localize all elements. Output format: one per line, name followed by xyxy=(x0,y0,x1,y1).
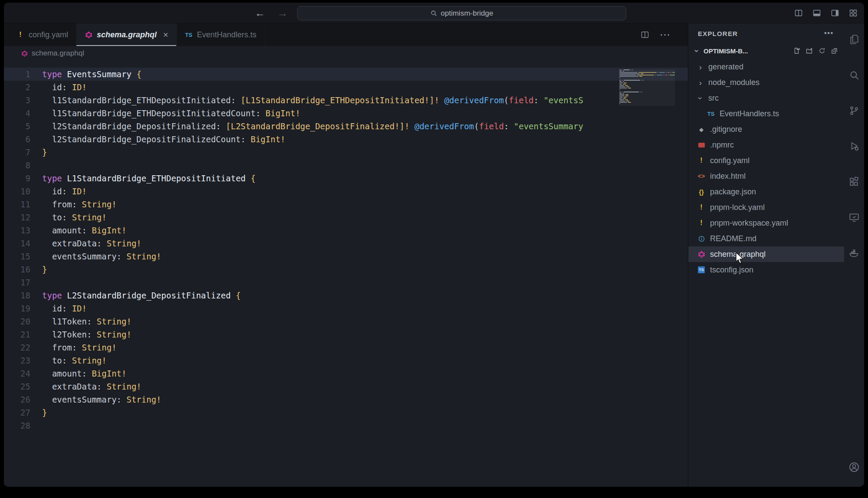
code-line[interactable]: 5 l2StandardBridge_DepositFinalized: [L2… xyxy=(4,120,688,133)
code-line[interactable]: 16} xyxy=(4,263,688,276)
code-line[interactable]: 25 extraData: String! xyxy=(4,380,688,393)
line-number: 24 xyxy=(4,367,42,380)
more-actions-icon[interactable]: ⋯ xyxy=(660,29,671,41)
minimap-slider[interactable] xyxy=(619,69,675,106)
tab-schema.graphql[interactable]: schema.graphql× xyxy=(76,23,177,46)
split-editor-icon[interactable] xyxy=(641,30,649,39)
code-text xyxy=(42,419,688,432)
code-line[interactable]: 2 id: ID! xyxy=(4,81,688,94)
code-line[interactable]: 14 extraData: String! xyxy=(4,237,688,250)
tree-item-schema.graphql[interactable]: schema.graphql xyxy=(688,246,844,262)
command-search-bar[interactable]: optimism-bridge xyxy=(297,6,626,20)
tree-item-label: .gitignore xyxy=(710,125,742,134)
line-number: 8 xyxy=(4,159,42,172)
tree-item-package.json[interactable]: {}package.json xyxy=(688,184,844,200)
back-button[interactable]: ← xyxy=(255,7,265,19)
files-icon[interactable] xyxy=(848,33,861,46)
tree-item-pnpm-workspace.yaml[interactable]: !pnpm-workspace.yaml xyxy=(688,215,844,231)
code-line[interactable]: 4 l1StandardBridge_ETHDepositInitiatedCo… xyxy=(4,107,688,120)
code-line[interactable]: 24 amount: BigInt! xyxy=(4,367,688,380)
tree-item-label: README.md xyxy=(710,234,756,243)
code-line[interactable]: 26 eventsSummary: String! xyxy=(4,393,688,406)
graphql-file-icon xyxy=(21,50,28,57)
sidebar-right-icon[interactable] xyxy=(829,7,841,19)
tree-item-EventHandlers.ts[interactable]: TSEventHandlers.ts xyxy=(688,106,844,121)
code-line[interactable]: 17 xyxy=(4,276,688,289)
code-line[interactable]: 11 from: String! xyxy=(4,198,688,211)
code-text: from: String! xyxy=(42,341,688,354)
explorer-sidebar: EXPLORER ⋯ › OPTIMISM-B... xyxy=(688,23,844,487)
tab-config.yaml[interactable]: !config.yaml xyxy=(8,23,76,46)
docker-icon[interactable] xyxy=(848,246,861,259)
code-line[interactable]: 21 l2Token: String! xyxy=(4,328,688,341)
code-line[interactable]: 23 to: String! xyxy=(4,354,688,367)
source-control-icon[interactable] xyxy=(848,104,861,117)
git-icon: ◆ xyxy=(697,127,706,132)
tree-item-node_modules[interactable]: ›node_modules xyxy=(688,75,844,90)
code-line[interactable]: 8 xyxy=(4,159,688,172)
minimap[interactable] xyxy=(619,69,675,106)
new-folder-icon[interactable] xyxy=(806,47,813,54)
search-value: optimism-bridge xyxy=(441,9,493,18)
forward-button[interactable]: → xyxy=(277,7,288,19)
debug-icon[interactable] xyxy=(848,140,861,153)
new-file-icon[interactable] xyxy=(793,47,800,54)
line-number: 28 xyxy=(4,419,42,432)
code-line[interactable]: 10 id: ID! xyxy=(4,185,688,198)
code-editor[interactable]: 1type EventsSummary {2 id: ID!3 l1Standa… xyxy=(4,61,688,487)
account-icon[interactable] xyxy=(848,461,861,474)
code-line[interactable]: 7} xyxy=(4,146,688,159)
tree-item-tsconfig.json[interactable]: TStsconfig.json xyxy=(688,262,844,278)
code-text xyxy=(42,159,688,172)
tree-item-.npmrc[interactable]: .npmrc xyxy=(688,137,844,153)
code-line[interactable]: 18type L2StandardBridge_DepositFinalized… xyxy=(4,289,688,302)
code-line[interactable]: 1type EventsSummary { xyxy=(4,68,688,81)
chevron-down-icon: › xyxy=(693,47,701,54)
tree-item-label: EventHandlers.ts xyxy=(720,109,779,118)
project-root-row[interactable]: › OPTIMISM-B... xyxy=(688,43,844,58)
tree-item-README.md[interactable]: README.md xyxy=(688,231,844,246)
code-line[interactable]: 20 l1Token: String! xyxy=(4,315,688,328)
search-icon xyxy=(431,10,437,16)
tree-item-index.html[interactable]: <>index.html xyxy=(688,168,844,184)
code-text: amount: BigInt! xyxy=(42,224,688,237)
code-text: type L2StandardBridge_DepositFinalized { xyxy=(42,289,688,302)
extensions-icon[interactable] xyxy=(848,175,861,188)
code-line[interactable]: 12 to: String! xyxy=(4,211,688,224)
breadcrumb[interactable]: schema.graphql xyxy=(4,46,688,61)
code-line[interactable]: 27} xyxy=(4,406,688,419)
line-number: 6 xyxy=(4,133,42,146)
code-text: } xyxy=(42,406,688,419)
tree-item-.gitignore[interactable]: ◆.gitignore xyxy=(688,121,844,137)
code-text: l1StandardBridge_ETHDepositInitiatedCoun… xyxy=(42,107,688,120)
search-icon[interactable] xyxy=(848,69,861,82)
code-text: id: ID! xyxy=(42,302,688,315)
tab-EventHandlers.ts[interactable]: TSEventHandlers.ts xyxy=(177,23,265,46)
layout-grid-icon[interactable] xyxy=(848,7,859,19)
code-line[interactable]: 19 id: ID! xyxy=(4,302,688,315)
explorer-more-icon[interactable]: ⋯ xyxy=(824,28,834,39)
split-columns-icon[interactable] xyxy=(793,7,804,19)
collapse-all-icon[interactable] xyxy=(831,47,838,54)
line-number: 18 xyxy=(4,289,42,302)
tree-item-config.yaml[interactable]: !config.yaml xyxy=(688,153,844,168)
tree-item-generated[interactable]: ›generated xyxy=(688,59,844,75)
code-line[interactable]: 22 from: String! xyxy=(4,341,688,354)
code-line[interactable]: 15 eventsSummary: String! xyxy=(4,250,688,263)
code-text: l1Token: String! xyxy=(42,315,688,328)
panel-bottom-icon[interactable] xyxy=(811,7,822,19)
code-line[interactable]: 13 amount: BigInt! xyxy=(4,224,688,237)
code-line[interactable]: 28 xyxy=(4,419,688,432)
explorer-header: EXPLORER ⋯ xyxy=(688,23,844,43)
code-line[interactable]: 6 l2StandardBridge_DepositFinalizedCount… xyxy=(4,133,688,146)
line-number: 2 xyxy=(4,81,42,94)
remote-window-icon[interactable] xyxy=(848,211,861,224)
code-line[interactable]: 9type L1StandardBridge_ETHDepositInitiat… xyxy=(4,172,688,185)
refresh-icon[interactable] xyxy=(819,47,825,54)
close-icon[interactable]: × xyxy=(163,30,168,39)
tree-item-pnpm-lock.yaml[interactable]: !pnpm-lock.yaml xyxy=(688,200,844,215)
tree-item-src[interactable]: ›src xyxy=(688,90,844,106)
code-text: extraData: String! xyxy=(42,380,688,393)
tree-item-label: generated xyxy=(708,62,743,72)
code-line[interactable]: 3 l1StandardBridge_ETHDepositInitiated: … xyxy=(4,94,688,107)
